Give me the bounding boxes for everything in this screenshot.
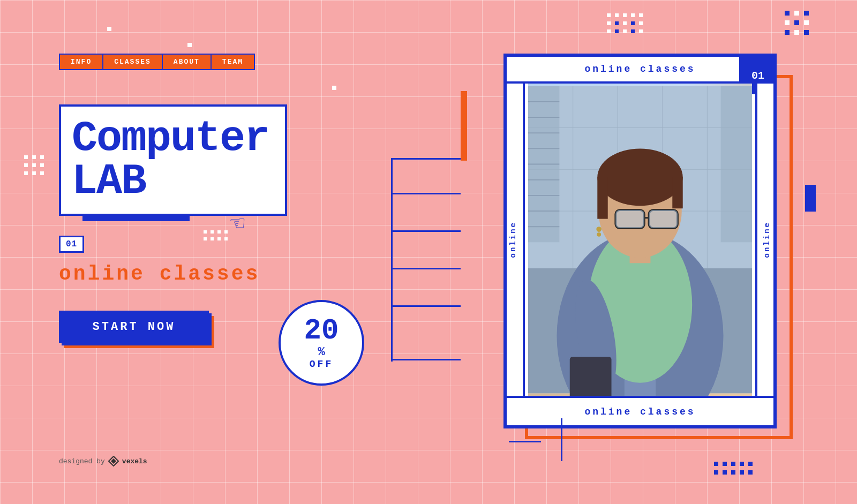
frame-top-bar: online classes [507, 57, 773, 84]
discount-circle: 20 % OFF [279, 300, 364, 386]
right-tab [805, 185, 816, 212]
svg-rect-26 [570, 357, 612, 396]
svg-point-15 [597, 148, 682, 206]
start-now-button[interactable]: START NOW [59, 311, 209, 343]
deco-dot [107, 27, 111, 31]
vexels-diamond-icon [108, 456, 119, 467]
side-left-text: online [509, 221, 517, 258]
connector-h-5 [391, 305, 461, 307]
svg-rect-22 [649, 210, 678, 228]
page-title: Computer LAB [72, 117, 269, 203]
svg-rect-17 [672, 177, 682, 208]
dot-grid-corner [785, 11, 809, 35]
nav-team[interactable]: TEAM [212, 55, 254, 69]
dot-grid-top-right [607, 13, 643, 33]
deco-dot [187, 43, 192, 47]
nav-classes[interactable]: CLASSES [103, 55, 163, 69]
discount-unit: % [318, 345, 325, 359]
bottom-connector-v [561, 418, 562, 461]
svg-point-23 [596, 227, 602, 232]
connector-h-6 [391, 359, 461, 360]
connector-v-main [391, 158, 393, 362]
inner-frame: online classes 01 online online [503, 54, 777, 428]
discount-label: OFF [310, 359, 333, 370]
frame-bottom-bar: online classes [507, 396, 773, 425]
nav-about[interactable]: ABOUT [163, 55, 212, 69]
svg-rect-21 [615, 210, 644, 228]
svg-point-24 [597, 232, 601, 237]
deco-dot [332, 86, 336, 90]
navbar: INFO CLASSES ABOUT TEAM [59, 54, 255, 70]
discount-amount: 20 [304, 317, 339, 345]
cursor-icon: ☞ [230, 209, 245, 238]
svg-rect-16 [597, 177, 607, 219]
person-photo [528, 84, 752, 396]
online-classes-subtitle: online classes [59, 262, 260, 285]
orange-connector [461, 91, 467, 161]
person-svg [528, 84, 752, 396]
right-panel: online classes 01 online online [503, 32, 814, 471]
dot-grid-left [24, 155, 44, 175]
nav-info[interactable]: INFO [60, 55, 103, 69]
credit-prefix: designed by [59, 457, 105, 465]
dot-grid-center [204, 230, 228, 240]
side-right-text: online [763, 221, 771, 258]
bottom-connector-h [509, 441, 541, 442]
credit-brand: vexels [122, 457, 147, 465]
svg-marker-39 [111, 458, 116, 464]
start-now-wrapper: START NOW [59, 311, 209, 343]
connector-h-3 [391, 230, 461, 232]
svg-rect-28 [721, 86, 752, 243]
card-side-right: online [755, 84, 777, 396]
card-bottom-label: online classes [584, 407, 695, 417]
card-side-left: online [503, 84, 525, 396]
connector-h-1 [391, 158, 461, 160]
title-box: Computer LAB [59, 104, 287, 216]
connector-h-4 [391, 268, 461, 269]
vexels-credit: designed by vexels [59, 456, 147, 467]
connector-h-2 [391, 193, 461, 194]
badge-01-left: 01 [59, 236, 84, 253]
card-top-label: online classes [584, 64, 695, 74]
